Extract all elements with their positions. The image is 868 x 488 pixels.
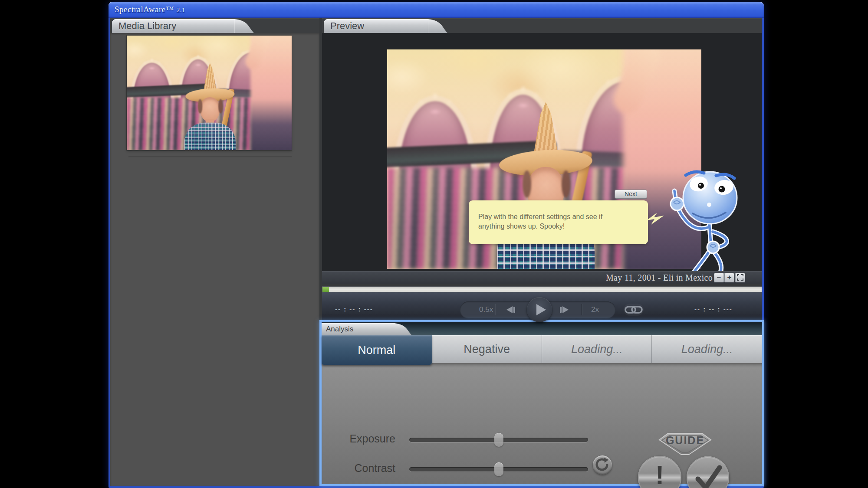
media-library-tabstrip: Media Library	[110, 18, 319, 33]
plus-icon: +	[727, 273, 732, 282]
loop-button[interactable]	[624, 304, 644, 316]
tab-preview[interactable]: Preview	[324, 19, 428, 33]
guide-mascot	[664, 167, 756, 276]
contrast-label: Contrast	[322, 462, 395, 475]
analysis-tabstrip: Analysis	[322, 322, 762, 335]
transport-bar: -- : -- : --- -- : -- : --- 0.5x 2x	[322, 292, 762, 321]
exposure-slider[interactable]	[409, 438, 588, 442]
app-version: 2.1	[177, 7, 185, 13]
exposure-label: Exposure	[322, 432, 395, 445]
step-back-button[interactable]	[506, 306, 517, 313]
photo-foliage	[387, 49, 701, 172]
exposure-slider-knob[interactable]	[494, 433, 503, 447]
fullscreen-icon	[737, 274, 743, 281]
photo-background-arm	[609, 49, 665, 118]
pill-divider	[495, 304, 495, 315]
play-button[interactable]	[527, 297, 552, 322]
photo-man	[184, 63, 236, 150]
confirm-button[interactable]	[687, 456, 729, 488]
mode-tab-loading-2[interactable]: Loading...	[652, 335, 762, 363]
photo-water	[127, 98, 292, 150]
preview-tabstrip: Preview	[322, 18, 762, 33]
photo-oar	[219, 88, 234, 139]
media-thumbnail[interactable]	[127, 36, 292, 150]
guide-button-label: GUIDE	[654, 434, 716, 447]
photo-boat-hull	[387, 140, 557, 167]
photo-boat-arch	[130, 60, 174, 128]
mode-tab-loading-1[interactable]: Loading...	[542, 335, 652, 363]
app-title-text: SpectralAware™	[115, 5, 174, 14]
step-forward-button[interactable]	[559, 306, 570, 313]
zoom-in-button[interactable]: +	[724, 273, 734, 282]
photo-boat-hull	[217, 88, 292, 99]
photo-boat-arch	[226, 49, 278, 127]
minus-icon: −	[717, 273, 721, 282]
preview-tab-label: Preview	[330, 20, 364, 32]
photo-boat-arch	[393, 95, 477, 225]
play-icon	[536, 304, 546, 315]
thumbnail-photo	[127, 36, 292, 150]
reset-icon	[593, 455, 612, 475]
photo-caption: May 11, 2001 - Eli in Mexico	[606, 273, 713, 283]
tutorial-bubble: Play with the different settings and see…	[469, 200, 648, 244]
seek-bar-fill	[322, 287, 329, 292]
check-icon	[687, 456, 729, 488]
photo-foliage	[127, 36, 292, 100]
app-title: SpectralAware™2.1	[115, 5, 185, 14]
pill-divider	[582, 304, 582, 315]
tab-media-library[interactable]: Media Library	[112, 19, 235, 33]
reset-button[interactable]	[593, 455, 612, 475]
tutorial-text-line1: Play with the different settings and see…	[478, 212, 602, 222]
seek-bar[interactable]	[322, 286, 762, 292]
tab-analysis[interactable]: Analysis	[322, 323, 395, 335]
media-library-tab-label: Media Library	[118, 20, 176, 32]
contrast-slider-knob[interactable]	[494, 462, 503, 476]
analysis-tab-label: Analysis	[326, 325, 353, 333]
guide-button[interactable]: GUIDE	[654, 432, 716, 456]
contrast-slider[interactable]	[409, 467, 588, 472]
mode-tab-negative[interactable]: Negative	[432, 335, 542, 363]
mode-tab-normal[interactable]: Normal	[322, 335, 432, 365]
title-bar[interactable]: SpectralAware™2.1	[108, 2, 764, 18]
step-forward-icon	[562, 306, 569, 313]
analysis-panel: Analysis Normal Negative Loading... Load…	[319, 320, 764, 486]
photo-boat-hull	[127, 83, 216, 98]
media-list-divider	[128, 156, 292, 157]
photo-boat-arch	[178, 56, 218, 127]
speed-double-button[interactable]: 2x	[591, 305, 599, 314]
photo-background-person	[250, 36, 292, 150]
app-window: SpectralAware™2.1 Media Library	[108, 2, 764, 488]
zoom-out-button[interactable]: −	[714, 273, 724, 282]
analysis-mode-tabs: Normal Negative Loading... Loading...	[322, 335, 762, 363]
fullscreen-button[interactable]	[735, 273, 745, 282]
loop-icon	[624, 304, 644, 316]
speed-half-button[interactable]: 0.5x	[479, 305, 493, 314]
tutorial-text-line2: anything shows up. Spooky!	[478, 222, 602, 231]
photo-background-arm	[243, 36, 273, 72]
caption-bar: May 11, 2001 - Eli in Mexico − +	[322, 271, 762, 284]
next-button-label: Next	[625, 190, 637, 197]
step-back-icon	[506, 306, 513, 313]
exclamation-icon: !	[638, 459, 681, 488]
alert-button[interactable]: !	[638, 456, 681, 488]
timecode-right: -- : -- : ---	[694, 305, 733, 313]
next-button[interactable]: Next	[615, 190, 647, 198]
media-library-panel	[110, 33, 319, 486]
timecode-left: -- : -- : ---	[335, 305, 373, 313]
preview-viewer: Next Play with the different settings an…	[322, 33, 762, 284]
bubble-tail	[647, 212, 667, 228]
analysis-body: Exposure Contrast Loading	[322, 363, 762, 484]
